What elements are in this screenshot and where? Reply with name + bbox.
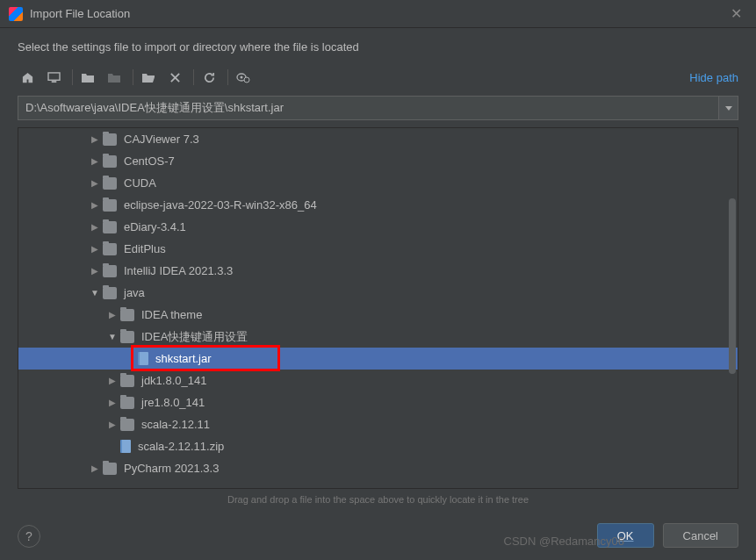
- tree-row[interactable]: shkstart.jar: [18, 348, 738, 370]
- tree-row[interactable]: ▼IDEA快捷键通用设置: [18, 326, 738, 348]
- tree-row[interactable]: ▶CAJViewer 7.3: [18, 128, 738, 150]
- folder-icon: [120, 309, 134, 321]
- scrollbar-thumb[interactable]: [729, 198, 736, 374]
- folder-open-icon[interactable]: [139, 68, 158, 87]
- folder-icon: [120, 375, 134, 387]
- folder-icon: [103, 221, 117, 233]
- chevron-down-icon[interactable]: ▼: [106, 331, 119, 343]
- separator: [193, 69, 194, 85]
- folder-icon: [103, 155, 117, 168]
- folder-icon: [103, 463, 117, 475]
- tree-item-label: jdk1.8.0_141: [141, 374, 206, 387]
- tree-row[interactable]: ▶eDiary-3.4.1: [18, 216, 738, 238]
- tree-item-label: jre1.8.0_141: [141, 396, 205, 409]
- file-tree[interactable]: ▶CAJViewer 7.3▶CentOS-7▶CUDA▶eclipse-jav…: [18, 127, 738, 489]
- show-hidden-icon[interactable]: [234, 68, 253, 87]
- tree-row[interactable]: ▶IDEA theme: [18, 304, 738, 326]
- path-dropdown-icon[interactable]: [719, 96, 738, 120]
- chevron-right-icon[interactable]: ▶: [106, 309, 119, 321]
- tree-row[interactable]: ▶EditPlus: [18, 238, 738, 260]
- chevron-right-icon[interactable]: ▶: [89, 221, 101, 233]
- chevron-right-icon[interactable]: ▶: [89, 243, 101, 255]
- chevron-down-icon[interactable]: ▼: [89, 287, 101, 299]
- tree-item-label: PyCharm 2021.3.3: [124, 462, 219, 475]
- tree-item-label: IntelliJ IDEA 2021.3.3: [124, 264, 233, 277]
- folder-icon: [103, 133, 117, 146]
- refresh-icon[interactable]: [199, 68, 219, 87]
- folder-icon: [120, 419, 134, 431]
- home-icon[interactable]: [18, 68, 37, 87]
- subtitle: Select the settings file to import or di…: [0, 28, 756, 64]
- new-folder-disabled-icon: [104, 68, 124, 87]
- folder-icon: [103, 243, 117, 255]
- tree-item-label: IDEA快捷键通用设置: [141, 329, 248, 345]
- chevron-right-icon[interactable]: ▶: [89, 463, 101, 475]
- folder-icon: [103, 265, 117, 277]
- archive-icon: [138, 352, 148, 365]
- button-bar: OK Cancel: [597, 523, 738, 548]
- chevron-right-icon[interactable]: ▶: [106, 397, 119, 409]
- toolbar: Hide path: [0, 64, 756, 90]
- folder-icon: [120, 331, 134, 343]
- close-icon[interactable]: ✕: [725, 5, 747, 22]
- separator: [72, 69, 73, 85]
- titlebar: Import File Location ✕: [0, 0, 756, 28]
- svg-point-3: [241, 76, 243, 79]
- help-button[interactable]: ?: [18, 525, 40, 548]
- path-input[interactable]: [18, 96, 719, 120]
- desktop-icon[interactable]: [44, 68, 63, 87]
- tree-item-label: eclipse-java-2022-03-R-win32-x86_64: [124, 198, 317, 212]
- new-folder-icon[interactable]: [78, 68, 97, 87]
- archive-icon: [120, 440, 131, 453]
- chevron-right-icon[interactable]: ▶: [89, 177, 101, 190]
- path-bar: [18, 96, 738, 120]
- separator: [227, 69, 228, 85]
- tree-item-label: EditPlus: [124, 242, 166, 255]
- tree-item-label: eDiary-3.4.1: [124, 220, 186, 233]
- svg-rect-1: [51, 81, 56, 83]
- folder-icon: [120, 397, 134, 409]
- hide-path-link[interactable]: Hide path: [689, 71, 738, 84]
- tree-item-label: CentOS-7: [124, 154, 175, 168]
- tree-item-label: CUDA: [124, 176, 156, 190]
- chevron-right-icon[interactable]: ▶: [89, 199, 101, 212]
- tree-row[interactable]: ▼java: [18, 282, 738, 304]
- tree-row[interactable]: ▶scala-2.12.11: [18, 413, 738, 435]
- svg-point-4: [244, 77, 249, 83]
- folder-icon: [103, 177, 117, 190]
- tree-row[interactable]: ▶eclipse-java-2022-03-R-win32-x86_64: [18, 194, 738, 216]
- folder-icon: [103, 287, 117, 299]
- chevron-right-icon[interactable]: ▶: [89, 133, 101, 146]
- drag-hint: Drag and drop a file into the space abov…: [0, 489, 756, 510]
- tree-row[interactable]: ▶CentOS-7: [18, 150, 738, 172]
- tree-item-label: scala-2.12.11.zip: [138, 440, 224, 453]
- chevron-right-icon[interactable]: ▶: [89, 155, 101, 168]
- app-icon: [9, 7, 23, 21]
- separator: [133, 69, 133, 85]
- folder-icon: [103, 199, 117, 212]
- tree-item-label: CAJViewer 7.3: [124, 133, 199, 146]
- tree-row[interactable]: scala-2.12.11.zip: [18, 435, 738, 457]
- window-title: Import File Location: [30, 7, 725, 20]
- tree-row[interactable]: ▶CUDA: [18, 172, 738, 194]
- cancel-label: Cancel: [683, 529, 718, 542]
- svg-rect-0: [48, 72, 60, 79]
- tree-row[interactable]: ▶IntelliJ IDEA 2021.3.3: [18, 260, 738, 282]
- tree-item-label: scala-2.12.11: [141, 418, 210, 431]
- chevron-right-icon[interactable]: ▶: [106, 375, 119, 387]
- chevron-right-icon[interactable]: ▶: [106, 419, 119, 431]
- tree-row[interactable]: ▶jre1.8.0_141: [18, 391, 738, 413]
- tree-item-label: IDEA theme: [141, 308, 202, 321]
- ok-label: OK: [617, 529, 634, 542]
- ok-button[interactable]: OK: [597, 523, 654, 548]
- tree-row[interactable]: ▶jdk1.8.0_141: [18, 370, 738, 391]
- delete-icon[interactable]: [165, 68, 184, 87]
- tree-item-label: shkstart.jar: [155, 352, 212, 365]
- chevron-right-icon[interactable]: ▶: [89, 265, 101, 277]
- tree-row[interactable]: ▶PyCharm 2021.3.3: [18, 457, 738, 479]
- cancel-button[interactable]: Cancel: [663, 523, 738, 548]
- tree-item-label: java: [124, 286, 145, 299]
